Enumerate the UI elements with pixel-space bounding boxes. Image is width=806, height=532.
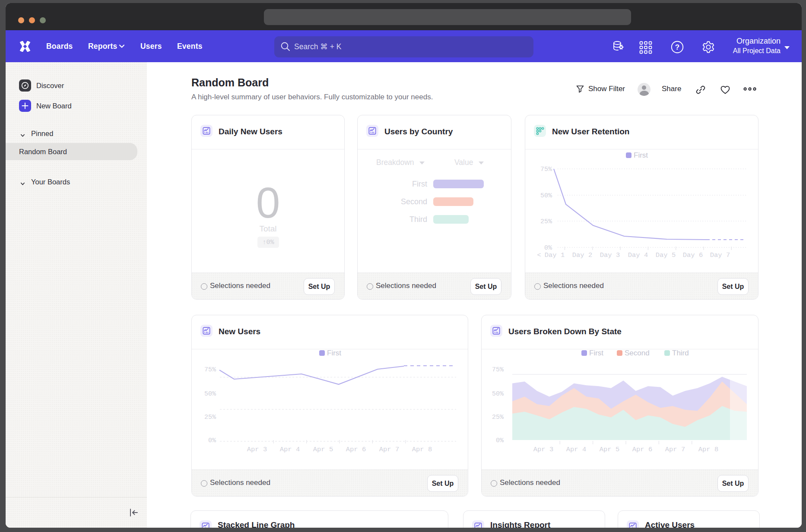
svg-text:50%: 50% [492,390,504,398]
svg-text:Day 7: Day 7 [710,251,730,259]
svg-text:Third: Third [672,349,689,357]
svg-text:0%: 0% [208,437,216,444]
svg-text:First: First [634,151,648,159]
svg-text:Apr 7: Apr 7 [665,446,685,453]
svg-text:Apr 8: Apr 8 [698,446,719,453]
svg-text:Apr 5: Apr 5 [313,446,333,453]
svg-text:Apr 4: Apr 4 [566,446,587,453]
svg-text:Apr 3: Apr 3 [533,446,554,453]
svg-text:Day 3: Day 3 [600,251,620,259]
svg-text:0%: 0% [496,437,504,444]
svg-text:Day 4: Day 4 [628,251,648,259]
svg-text:Apr 4: Apr 4 [280,446,300,453]
svg-text:Apr 3: Apr 3 [247,446,267,453]
svg-text:Day 5: Day 5 [656,251,676,259]
svg-text:Apr 6: Apr 6 [632,446,653,453]
svg-text:?: ? [675,43,679,51]
svg-text:Day 1: Day 1 [545,251,565,259]
svg-text:0%: 0% [544,244,552,252]
svg-text:25%: 25% [204,414,216,421]
svg-text:Apr 7: Apr 7 [379,446,400,453]
svg-text:<: < [537,251,541,259]
svg-text:First: First [327,349,341,357]
svg-text:Apr 5: Apr 5 [600,446,620,453]
svg-text:Apr 6: Apr 6 [346,446,366,453]
svg-text:Day 6: Day 6 [683,251,703,259]
svg-text:50%: 50% [540,192,552,200]
svg-text:Day 2: Day 2 [572,251,593,259]
svg-text:50%: 50% [204,390,216,398]
svg-text:25%: 25% [540,218,552,225]
svg-text:25%: 25% [492,414,504,421]
svg-text:Apr 8: Apr 8 [412,446,432,453]
svg-text:75%: 75% [492,366,504,374]
svg-text:First: First [589,349,603,357]
svg-text:75%: 75% [204,366,216,374]
svg-text:75%: 75% [540,166,552,173]
svg-text:Second: Second [625,349,650,357]
